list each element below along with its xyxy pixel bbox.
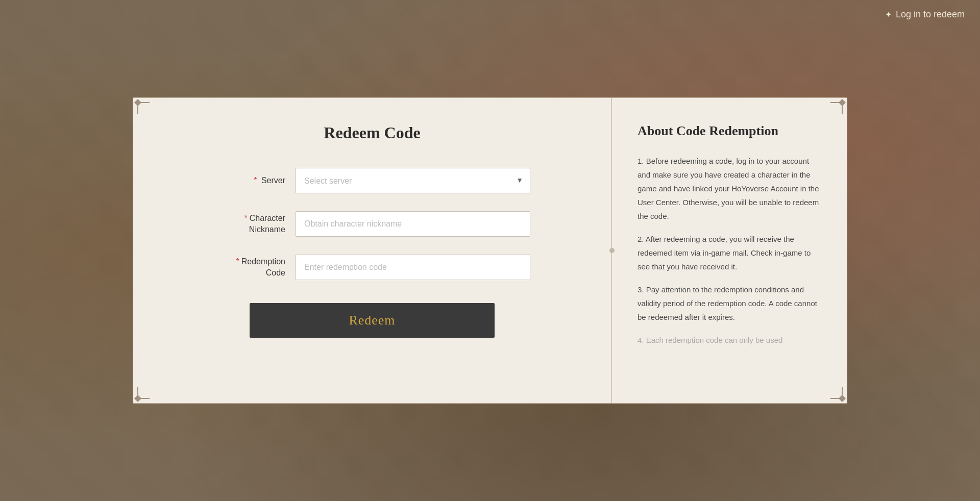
about-item-4: 4. Each redemption code can only be used [638,333,821,347]
server-label: * Server [214,175,285,186]
left-panel: Redeem Code * Server Select server Ameri… [133,98,611,403]
redeem-code-title: Redeem Code [324,123,420,142]
about-content: 1. Before redeeming a code, log in to yo… [638,154,821,347]
right-panel: About Code Redemption 1. Before redeemin… [612,98,847,403]
redemption-code-input[interactable] [296,255,530,280]
code-label: *RedemptionCode [214,256,285,279]
redeem-button-label: Redeem [349,313,395,328]
code-required-star: * [236,257,239,266]
about-item-1: 1. Before redeeming a code, log in to yo… [638,154,821,223]
login-link[interactable]: Log in to redeem [896,9,965,20]
star-icon: ✦ [885,10,892,19]
panel-divider [611,98,612,403]
redeem-button[interactable]: Redeem [250,303,495,338]
nickname-label: *CharacterNickname [214,213,285,236]
about-item-2: 2. After redeeming a code, you will rece… [638,232,821,273]
server-select[interactable]: Select server America Europe Asia HK, MO… [296,168,530,193]
divider-diamond [609,248,615,253]
server-required-star: * [254,176,257,185]
about-item-3: 3. Pay attention to the redemption condi… [638,283,821,324]
nickname-required-star: * [244,214,248,222]
server-form-group: * Server Select server America Europe As… [214,168,530,193]
code-form-group: *RedemptionCode [214,255,530,280]
main-container: Redeem Code * Server Select server Ameri… [133,97,847,404]
nickname-form-group: *CharacterNickname [214,211,530,237]
server-select-wrapper: Select server America Europe Asia HK, MO… [296,168,530,193]
nickname-input[interactable] [296,211,530,237]
about-title: About Code Redemption [638,123,821,139]
top-bar: ✦ Log in to redeem [870,0,980,29]
